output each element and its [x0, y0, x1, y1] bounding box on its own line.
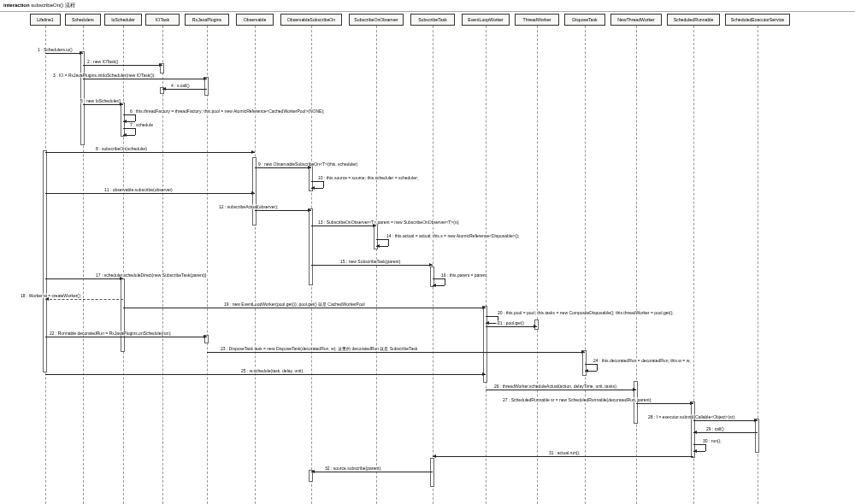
arrow-icon [433, 454, 436, 458]
lifeline-head-Lifeline1: Lifeline1 [30, 14, 61, 26]
lifeline-line [636, 26, 637, 504]
lifeline-head-IoScheduler: IoScheduler [104, 14, 142, 26]
message-line [255, 167, 311, 168]
lifeline-line [207, 26, 208, 504]
message-label: 27 : ScheduledRunnable sr = new Schedule… [501, 397, 654, 402]
arrow-icon [308, 166, 311, 169]
message-label: 3 : IO = RxJavaPlugins.initIoScheduler(n… [51, 73, 157, 78]
message-label: 10 : this.source = source; this.schedule… [316, 175, 420, 180]
message-line [45, 278, 123, 279]
message-line [45, 193, 255, 194]
message-line [45, 374, 486, 375]
message-label: 23 : DisposeTask task = new DisposeTask(… [219, 346, 419, 351]
arrow-icon [633, 388, 636, 391]
message-line [486, 390, 636, 390]
message-line [162, 89, 207, 90]
message-label: 11 : observable.subscribe(observer) [103, 187, 174, 192]
message-line [486, 326, 537, 327]
message-line [311, 265, 433, 266]
message-label: 21 : pool.get() [496, 320, 526, 325]
message-label: 24 : this.decoratedRun = decoratedRun; t… [592, 358, 693, 363]
message-label: 28 : f = executor.submit((Callable<Objec… [646, 414, 737, 419]
arrow-icon [251, 191, 255, 195]
message-label: 18 : Worker w = createWorker(); [19, 293, 83, 298]
arrow-icon [754, 419, 758, 422]
arrow-icon [120, 277, 123, 280]
lifeline-head-DisposeTask: DisposeTask [564, 14, 605, 26]
lifeline-head-ObservableSubscribeOn: ObservableSubscribeOn [280, 14, 342, 26]
message-label: 15 : new SubscribeTask(parent) [339, 259, 402, 264]
message-label: 29 : call() [705, 426, 726, 431]
activation [483, 306, 487, 383]
message-label: 20 : this.pool = pool; this.tasks = new … [496, 310, 675, 315]
message-line [123, 308, 486, 308]
message-line [83, 65, 162, 66]
message-line [45, 53, 83, 54]
message-label: 25 : w.schedule(task, delay, unit); [239, 368, 306, 373]
message-label: 12 : subscribeActual(observer); [217, 204, 280, 209]
arrow-icon [311, 470, 315, 473]
message-label: 8 : subscribeOn(scheduler) [94, 146, 149, 151]
arrow-icon [159, 63, 162, 67]
arrow-icon [373, 224, 376, 227]
message-line [255, 210, 311, 211]
activation [309, 208, 313, 285]
message-label: 19 : new EventLoopWorker(pool.get()); po… [222, 302, 367, 307]
message-line [207, 352, 585, 353]
message-line [45, 337, 207, 337]
message-label: 7 : schedule [128, 122, 155, 127]
message-line [83, 104, 123, 105]
arrow-icon [251, 150, 255, 154]
message-label: 22 : Runnable decoratedRun = RxJavaPlugi… [48, 331, 173, 336]
lifeline-head-NewThreadWorker: NewThreadWorker [610, 14, 662, 26]
lifeline-line [585, 26, 586, 504]
arrow-icon [203, 335, 207, 338]
diagram-title: interaction subscribeOn() 流程 [0, 0, 855, 12]
message-label: 31 : actual.run(); [547, 450, 581, 455]
lifeline-head-SubscribeOnObserver: SubscribeOnObserver [349, 14, 404, 26]
activation [43, 150, 47, 372]
message-line [83, 79, 207, 79]
lifeline-line [255, 26, 256, 504]
message-line [311, 226, 376, 226]
arrow-icon [482, 372, 486, 376]
message-label: 30 : run(); [701, 438, 723, 443]
arrow-icon [162, 87, 166, 91]
message-line [636, 403, 693, 404]
arrow-icon [693, 431, 697, 434]
message-label: 2 : new IOTask() [86, 59, 120, 64]
message-label: 32 : source.subscribe(parent); [323, 466, 383, 471]
activation [755, 419, 759, 453]
message-label: 5 : new IoScheduler() [79, 98, 123, 103]
lifeline-line [486, 26, 486, 504]
arrow-icon [203, 77, 207, 80]
message-line [45, 299, 123, 300]
lifeline-head-ThreadWorker: ThreadWorker [515, 14, 559, 26]
arrow-icon [308, 208, 311, 212]
arrow-icon [80, 51, 83, 55]
sequence-diagram-canvas: Lifeline1SchedulersIoSchedulerIOTaskRxJa… [0, 12, 855, 504]
arrow-icon [581, 350, 585, 354]
message-label: 26 : threadWorker.scheduleActual(action,… [492, 384, 619, 389]
arrow-icon [120, 103, 123, 106]
arrow-icon [690, 401, 693, 405]
lifeline-head-IOTask: IOTask [145, 14, 180, 26]
arrow-icon [482, 306, 486, 309]
lifeline-head-RxJavaPlugins: RxJavaPlugins [185, 14, 229, 26]
lifeline-head-Observable: Observable [236, 14, 274, 26]
arrow-icon [534, 325, 537, 328]
lifeline-line [433, 26, 433, 504]
message-label: 14 : this.actual = actual; this.s = new … [385, 233, 521, 238]
activation [430, 458, 434, 487]
message-label: 4 : s.call() [169, 83, 192, 88]
message-label: 16 : this.parent = parent; [439, 273, 489, 278]
lifeline-line [537, 26, 538, 504]
lifeline-line [123, 26, 124, 504]
message-line [311, 472, 433, 472]
lifeline-line [162, 26, 163, 504]
lifeline-head-Schedulers: Schedulers [65, 14, 101, 26]
lifeline-head-SubscribeTask: SubscribeTask [410, 14, 455, 26]
message-line [433, 456, 693, 457]
message-label: 13 : SubscribeOnObserver<T> parent = new… [316, 220, 462, 225]
arrow-icon [45, 297, 49, 301]
